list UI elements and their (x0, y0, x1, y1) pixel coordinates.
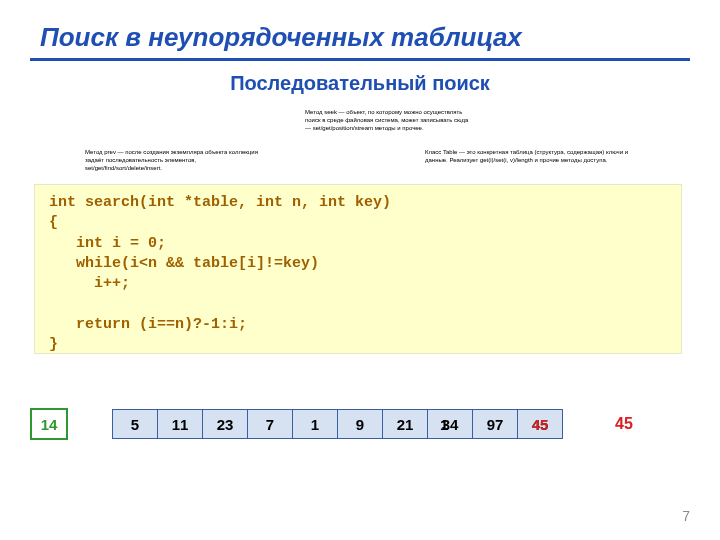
page-number: 7 (682, 508, 690, 524)
array-cell: 4545 (518, 410, 562, 438)
small-description-left: Метод prev — после создания экземпляра о… (85, 148, 260, 172)
subtitle: Последовательный поиск (0, 72, 720, 95)
array-cell: 1 (293, 410, 338, 438)
array-cell: 21 (383, 410, 428, 438)
search-key-box: 14 (30, 408, 68, 440)
page-title: Поиск в неупорядоченных таблицах (40, 22, 522, 53)
array-cell: 5 (113, 410, 158, 438)
result-box: 45 (607, 410, 641, 438)
array-cell: 9 (338, 410, 383, 438)
array-cell-overlay: 1 (440, 416, 448, 433)
array: 5112371921341974545 (112, 409, 563, 439)
code-block: int search(int *table, int n, int key) {… (34, 184, 682, 354)
array-cell: 11 (158, 410, 203, 438)
small-description-top: Метод seek — объект, по которому можно о… (305, 108, 475, 132)
small-description-right: Класс Table — это конкретная таблица (ст… (425, 148, 630, 164)
array-cell: 23 (203, 410, 248, 438)
array-cell-overlay: 45 (532, 416, 549, 433)
array-cell: 97 (473, 410, 518, 438)
array-visualization: 14 5112371921341974545 45 (30, 408, 641, 440)
array-cell: 7 (248, 410, 293, 438)
array-cell: 341 (428, 410, 473, 438)
slide: Поиск в неупорядоченных таблицах Последо… (0, 0, 720, 540)
title-underline (30, 58, 690, 61)
